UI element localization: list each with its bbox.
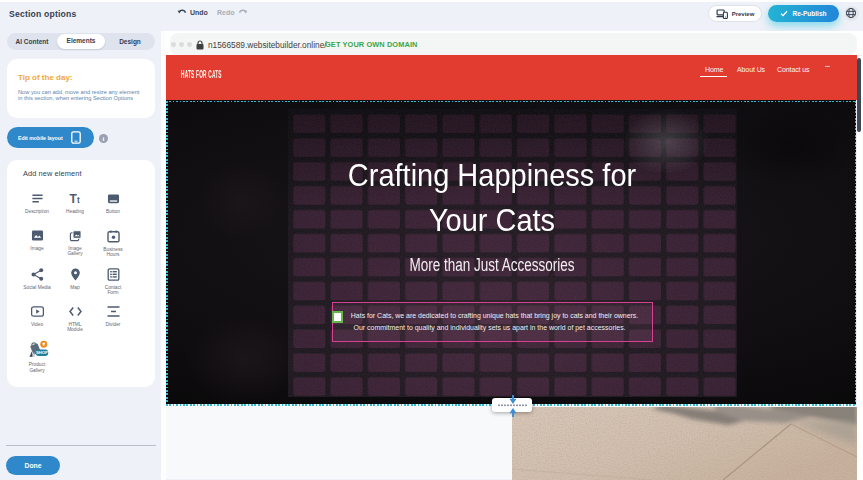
svg-text:t: t [76, 195, 79, 205]
svg-text:SHOP: SHOP [35, 350, 47, 355]
